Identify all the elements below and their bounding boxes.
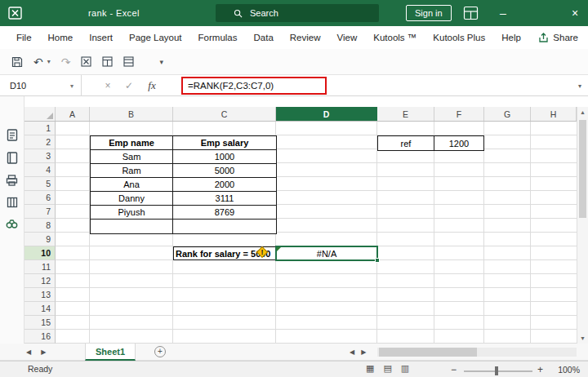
cell-b4[interactable]: Ram xyxy=(91,164,173,178)
column-header-b[interactable]: B xyxy=(90,107,173,121)
cell-b6[interactable]: Danny xyxy=(91,192,173,206)
ribbon-tab[interactable]: Data xyxy=(246,26,282,49)
sheet-tab-sheet1[interactable]: Sheet1 xyxy=(85,344,136,361)
worksheet-grid[interactable]: Emp name Emp salary Sam 1000 Ram 5000 An… xyxy=(56,122,577,344)
zoom-in-icon[interactable]: + xyxy=(537,364,543,375)
error-checking-icon[interactable]: ! xyxy=(256,246,268,258)
add-sheet-button[interactable]: + xyxy=(154,346,166,357)
save-icon[interactable] xyxy=(11,56,23,68)
rail-document-icon[interactable] xyxy=(7,129,18,141)
sheet-nav-right-icon[interactable]: ▶ xyxy=(41,348,46,356)
page-break-view-icon[interactable]: ▥ xyxy=(401,363,409,374)
redo-icon[interactable]: ↷ xyxy=(61,56,71,68)
ribbon-tab[interactable]: Formulas xyxy=(190,26,246,49)
zoom-slider-thumb[interactable] xyxy=(495,366,498,375)
formula-bar-expand-icon[interactable]: ▾ xyxy=(578,82,581,90)
search-input[interactable]: Search xyxy=(216,4,379,22)
zoom-level[interactable]: 100% xyxy=(558,365,580,375)
qat-icon-b[interactable] xyxy=(102,56,113,67)
column-header-g[interactable]: G xyxy=(484,107,531,121)
row-header[interactable]: 15 xyxy=(24,316,56,330)
vertical-scrollbar[interactable]: ▲ ▼ xyxy=(577,107,588,344)
cell-f2[interactable]: 1200 xyxy=(434,136,483,150)
rail-printer-icon[interactable] xyxy=(6,175,18,186)
ribbon-tab[interactable]: Kutools ™ xyxy=(365,26,425,49)
row-header[interactable]: 11 xyxy=(24,260,56,274)
rail-binoculars-icon[interactable] xyxy=(6,219,18,229)
cell-c6[interactable]: 3111 xyxy=(173,192,276,206)
ribbon-tab[interactable]: Insert xyxy=(81,26,121,49)
ribbon-tab[interactable]: Home xyxy=(40,26,82,49)
vertical-scrollbar-thumb[interactable] xyxy=(579,120,586,218)
share-button[interactable]: Share xyxy=(538,26,578,49)
fill-handle[interactable] xyxy=(375,258,380,263)
normal-view-icon[interactable]: ▦ xyxy=(366,363,374,374)
cell-b8[interactable] xyxy=(91,220,173,233)
row-header[interactable]: 1 xyxy=(24,122,56,135)
column-header-a[interactable]: A xyxy=(56,107,90,121)
row-header[interactable]: 16 xyxy=(24,330,56,344)
row-header[interactable]: 14 xyxy=(24,302,56,316)
formula-input[interactable]: =RANK(F2,C3:C7,0) xyxy=(188,81,274,91)
enter-icon[interactable]: ✓ xyxy=(119,75,139,96)
ribbon-display-options-icon[interactable] xyxy=(463,6,479,20)
row-header[interactable]: 8 xyxy=(24,219,56,233)
column-header-e[interactable]: E xyxy=(377,107,434,121)
ribbon-tab[interactable]: Review xyxy=(282,26,329,49)
ribbon-tab[interactable]: Help xyxy=(493,26,529,49)
qat-icon-a[interactable] xyxy=(81,56,91,67)
hscroll-right-icon[interactable]: ▶ xyxy=(361,348,366,356)
column-header-d-selected[interactable]: D xyxy=(276,107,377,121)
cell-c2[interactable]: Emp salary xyxy=(173,136,276,150)
cancel-icon[interactable]: × xyxy=(98,75,118,96)
qat-icon-c[interactable] xyxy=(123,56,134,67)
cell-b5[interactable]: Ana xyxy=(91,178,173,192)
row-header[interactable]: 5 xyxy=(24,177,56,191)
horizontal-scrollbar-thumb[interactable] xyxy=(379,348,477,357)
row-header[interactable]: 13 xyxy=(24,288,56,302)
zoom-slider[interactable] xyxy=(464,370,532,372)
cell-b2[interactable]: Emp name xyxy=(91,136,173,150)
minimize-button[interactable]: – xyxy=(490,0,516,26)
cell-c7[interactable]: 8769 xyxy=(173,206,276,220)
cell-c3[interactable]: 1000 xyxy=(173,150,276,164)
row-header[interactable]: 10 xyxy=(24,246,56,260)
column-header-h[interactable]: H xyxy=(531,107,577,121)
column-header-c[interactable]: C xyxy=(173,107,276,121)
row-header[interactable]: 4 xyxy=(24,163,56,177)
cell-c8[interactable] xyxy=(173,220,276,233)
horizontal-scrollbar[interactable] xyxy=(377,348,577,357)
cell-b7[interactable]: Piyush xyxy=(91,206,173,220)
page-layout-view-icon[interactable]: ▤ xyxy=(383,363,391,374)
cell-c4[interactable]: 5000 xyxy=(173,164,276,178)
zoom-out-icon[interactable]: − xyxy=(451,364,457,375)
cell-e2[interactable]: ref xyxy=(378,136,434,150)
row-header[interactable]: 12 xyxy=(24,274,56,288)
ribbon-tab[interactable]: Page Layout xyxy=(121,26,190,49)
scroll-up-icon[interactable]: ▲ xyxy=(577,109,588,115)
insert-function-icon[interactable]: fx xyxy=(142,75,162,96)
sign-in-button[interactable]: Sign in xyxy=(406,5,452,21)
select-all-corner[interactable] xyxy=(24,107,56,121)
customize-qat-icon[interactable]: ▾ xyxy=(159,58,163,66)
ribbon-tab[interactable]: File xyxy=(8,26,40,49)
row-header[interactable]: 7 xyxy=(24,205,56,219)
undo-icon[interactable]: ↶ xyxy=(33,56,43,68)
cell-c5[interactable]: 2000 xyxy=(173,178,276,192)
selected-cell-d10[interactable]: #N/A xyxy=(275,246,378,261)
column-header-f[interactable]: F xyxy=(434,107,484,121)
rail-columns-icon[interactable] xyxy=(7,197,18,208)
hscroll-left-icon[interactable]: ◀ xyxy=(350,348,354,356)
close-button[interactable]: × xyxy=(562,0,588,26)
row-header[interactable]: 3 xyxy=(24,149,56,163)
ribbon-tab[interactable]: Kutools Plus xyxy=(425,26,493,49)
row-header[interactable]: 6 xyxy=(24,191,56,205)
name-box-dropdown-icon[interactable]: ▾ xyxy=(70,82,74,90)
row-header[interactable]: 9 xyxy=(24,233,56,246)
cell-b3[interactable]: Sam xyxy=(91,150,173,164)
ribbon-tab[interactable]: View xyxy=(329,26,366,49)
rail-workbook-icon[interactable] xyxy=(7,152,18,164)
scroll-down-icon[interactable]: ▼ xyxy=(577,335,588,341)
row-header[interactable]: 2 xyxy=(24,135,56,149)
sheet-nav-left-icon[interactable]: ◀ xyxy=(26,348,31,356)
